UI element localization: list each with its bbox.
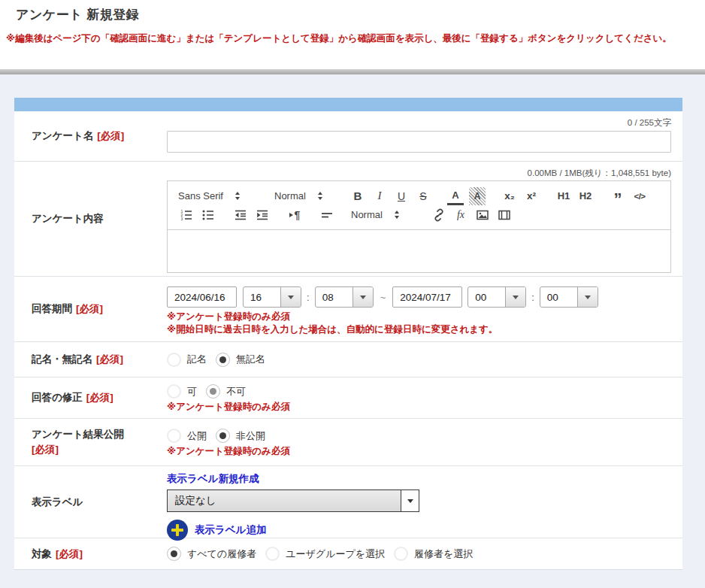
radio-anonymous[interactable] — [216, 353, 230, 367]
header-1-icon[interactable]: H1 — [555, 187, 572, 205]
caret-down-icon — [585, 296, 591, 299]
row-survey-name: アンケート名 [必須] 0 / 255文字 — [14, 111, 682, 162]
modification-options: 可 不可 — [167, 384, 671, 399]
start-minute-select[interactable]: 08 — [315, 286, 374, 308]
publication-label-text: アンケート結果公開 — [32, 427, 124, 442]
survey-name-input[interactable] — [167, 131, 671, 153]
row-display-label: 表示ラベル 表示ラベル新規作成 設定なし 表示ラベル追加 — [14, 466, 682, 538]
survey-form-panel: アンケート名 [必須] 0 / 255文字 アンケート内容 0.00MB / 1… — [14, 98, 682, 570]
size-counter: 0.00MB / 1MB(残り：1,048,551 byte) — [167, 168, 671, 178]
editor-toolbar: Sans Serif Normal B I U S A A x₂ — [167, 180, 671, 230]
radio-private[interactable] — [216, 429, 230, 443]
plus-icon — [167, 520, 188, 541]
lineheight-picker[interactable]: Normal — [351, 209, 420, 220]
direction-rtl-icon[interactable]: ¶ — [286, 206, 303, 224]
end-date-input[interactable] — [392, 286, 462, 308]
editor-toolbar-row-2: 123 ¶ — [178, 205, 660, 224]
caret-down-icon — [513, 296, 519, 299]
link-icon[interactable] — [431, 206, 447, 224]
outdent-icon[interactable] — [232, 206, 249, 224]
radio-select-students[interactable] — [394, 547, 408, 561]
modification-note: ※アンケート登録時のみ必須 — [167, 401, 671, 414]
size-picker[interactable]: Normal — [274, 190, 337, 202]
modification-content: 可 不可 ※アンケート登録時のみ必須 — [167, 377, 682, 418]
radio-named[interactable] — [167, 353, 181, 367]
direction-arrow — [289, 213, 293, 217]
italic-icon[interactable]: I — [371, 187, 388, 205]
select-dropdown-button[interactable] — [401, 490, 419, 511]
dropdown-button[interactable] — [352, 287, 373, 307]
dropdown-button[interactable] — [280, 287, 301, 307]
anonymity-label: 記名・無記名 [必須] — [14, 342, 167, 377]
anonymity-options: 記名 無記名 — [167, 342, 671, 377]
strikethrough-icon[interactable]: S — [415, 187, 431, 205]
list-bullet-icon[interactable] — [200, 206, 216, 224]
content-background: アンケート名 [必須] 0 / 255文字 アンケート内容 0.00MB / 1… — [0, 74, 705, 588]
add-display-label-button[interactable]: 表示ラベル追加 — [167, 520, 671, 541]
create-display-label-link[interactable]: 表示ラベル新規作成 — [167, 472, 259, 486]
row-result-publication: アンケート結果公開 [必須] 公開 非公開 ※アンケート登録時のみ必須 — [14, 419, 682, 466]
edit-warning-note: ※編集後はページ下の「確認画面に進む」または「テンプレートとして登録」から確認画… — [6, 33, 702, 44]
radio-user-group[interactable] — [265, 547, 280, 561]
list-ordered-icon[interactable]: 123 — [178, 206, 195, 224]
row-anonymity: 記名・無記名 [必須] 記名 無記名 — [14, 342, 682, 377]
publication-note: ※アンケート登録時のみ必須 — [167, 445, 671, 458]
required-badge: [必須] — [86, 390, 113, 405]
radio-not-allowed-label: 不可 — [226, 385, 246, 399]
text-color-icon[interactable]: A — [447, 187, 464, 205]
end-hour-select[interactable]: 00 — [467, 286, 526, 308]
page-title: アンケート 新規登録 — [16, 6, 139, 23]
radio-public[interactable] — [167, 429, 181, 443]
radio-allowed[interactable] — [167, 384, 181, 399]
underline-icon[interactable]: U — [393, 187, 410, 205]
formula-icon[interactable]: fx — [452, 206, 469, 224]
target-content: すべての履修者 ユーザグループを選択 履修者を選択 — [167, 538, 682, 569]
publication-label: アンケート結果公開 [必須] — [14, 419, 167, 465]
answer-period-label: 回答期間 [必須] — [14, 277, 167, 341]
survey-content-editor: 0.00MB / 1MB(残り：1,048,551 byte) Sans Ser… — [167, 162, 682, 276]
survey-name-content: 0 / 255文字 — [167, 111, 682, 161]
start-date-input[interactable] — [167, 286, 237, 308]
start-hour-select[interactable]: 16 — [243, 286, 301, 308]
dropdown-button[interactable] — [505, 287, 525, 307]
anonymity-content: 記名 無記名 — [167, 342, 682, 377]
blockquote-icon[interactable]: ” — [610, 187, 626, 205]
image-icon[interactable] — [474, 206, 491, 224]
start-minute-value: 08 — [316, 287, 352, 307]
radio-anonymous-label: 無記名 — [236, 353, 265, 366]
code-block-icon[interactable]: </> — [631, 187, 648, 205]
publication-content: 公開 非公開 ※アンケート登録時のみ必須 — [167, 419, 682, 465]
time-colon: : — [307, 292, 310, 303]
required-badge: [必須] — [32, 442, 59, 457]
target-label-text: 対象 — [32, 547, 52, 562]
period-tilde: ~ — [380, 292, 386, 303]
display-label-select-value: 設定なし — [168, 490, 401, 511]
required-badge: [必須] — [56, 547, 83, 562]
modification-label-text: 回答の修正 — [32, 390, 83, 405]
dropdown-button[interactable] — [577, 287, 598, 307]
editor-content-area[interactable] — [167, 230, 671, 273]
indent-icon[interactable] — [254, 206, 271, 224]
time-colon: : — [531, 292, 534, 303]
align-icon[interactable] — [319, 206, 335, 224]
header-2-icon[interactable]: H2 — [577, 187, 594, 205]
subscript-icon[interactable]: x₂ — [501, 187, 518, 205]
caret-down-icon — [360, 296, 366, 299]
superscript-icon[interactable]: x² — [523, 187, 540, 205]
video-icon[interactable] — [496, 206, 513, 224]
end-minute-select[interactable]: 00 — [540, 286, 598, 308]
pilcrow-glyph: ¶ — [295, 209, 301, 221]
radio-not-allowed[interactable] — [206, 384, 220, 399]
display-label-select[interactable]: 設定なし — [167, 489, 419, 512]
end-minute-value: 00 — [540, 287, 577, 307]
period-notes: ※アンケート登録時のみ必須 ※開始日時に過去日時を入力した場合は、自動的に登録日… — [167, 311, 671, 336]
editor-toolbar-row-1: Sans Serif Normal B I U S A A x₂ — [178, 186, 660, 205]
radio-all-students[interactable] — [167, 547, 181, 561]
caret-down-icon — [288, 296, 294, 299]
background-color-icon[interactable]: A — [469, 187, 486, 205]
header-divider — [0, 69, 705, 74]
font-picker[interactable]: Sans Serif — [178, 190, 256, 202]
bold-icon[interactable]: B — [349, 187, 366, 205]
period-note-2: ※開始日時に過去日時を入力した場合は、自動的に登録日時に変更されます。 — [167, 323, 671, 336]
survey-content-label: アンケート内容 — [14, 162, 167, 276]
